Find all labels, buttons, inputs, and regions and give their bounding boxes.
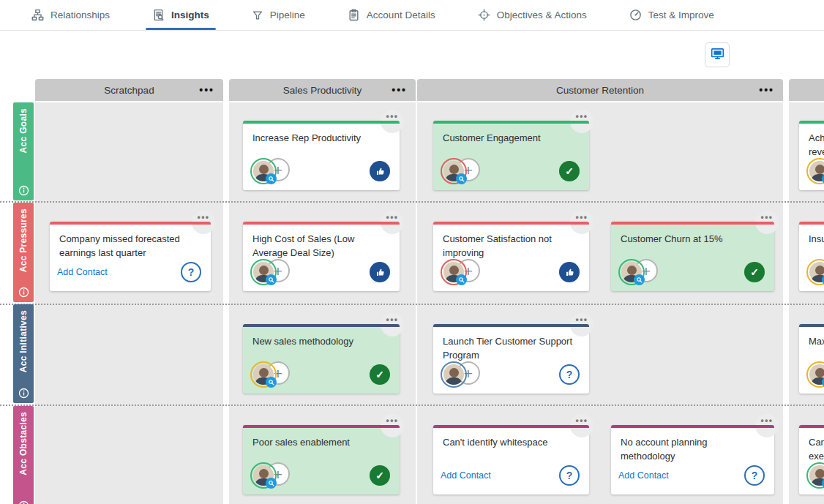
insight-card-customer-satisfaction-not-improving[interactable]: •••Customer Satisfaction not improving+ [433,222,589,291]
tab-label: Pipeline [270,10,305,20]
status-question-icon[interactable]: ? [559,465,580,486]
column-header-sales-productivity: Sales Productivity••• [229,79,416,101]
card-title: High Cost of Sales (Low Average Deal Siz… [243,225,400,260]
card-footer: +✓ [618,258,765,286]
card-title: New sales methodology [243,327,400,348]
avatar[interactable] [250,361,277,388]
tab-label: Test & Improve [648,10,714,20]
avatar-photo [443,364,464,385]
status-question-icon[interactable]: ? [559,364,580,385]
card-title-line: Insuf [809,232,824,246]
clipboard-icon [348,9,360,21]
card-title: No account planning methodology [611,428,774,463]
card-title: Can't identify whitespace [433,428,589,449]
insight-card-can-t-identify-whitespace[interactable]: •••Can't identify whitespaceAdd Contact? [433,425,589,494]
row-label-text: Acc Obstacles [18,412,29,475]
column-title: Scratchpad [104,85,154,96]
contact-cluster: + [806,462,824,489]
card-title-line: Can't identify whitespace [443,435,579,449]
info-icon[interactable] [18,388,29,399]
contact-cluster: + [806,361,824,388]
contact-cluster: + [618,259,662,285]
card-title-line: Customer Churn at 15% [621,232,764,246]
insight-card-no-account-planning-methodology[interactable]: •••No account planning methodologyAdd Co… [611,425,774,494]
avatar[interactable] [250,462,277,489]
avatar[interactable] [618,259,645,285]
tab-insights[interactable]: Insights [131,0,231,30]
status-check-icon[interactable]: ✓ [744,262,765,282]
avatar[interactable] [441,361,467,388]
gauge-icon [629,9,642,21]
avatar[interactable] [441,259,467,285]
contact-cluster: + [806,158,824,184]
card-title: Customer Churn at 15% [611,225,774,246]
insight-card-increase-rep-productivity[interactable]: •••Increase Rep Productivity+ [243,121,400,190]
magnifier-badge-icon [266,274,277,285]
contact-cluster: + [441,361,484,388]
info-icon[interactable] [18,185,29,196]
tab-relationships[interactable]: Relationships [10,0,131,30]
add-contact-link[interactable]: Add Contact [441,470,491,481]
avatar[interactable] [806,462,824,489]
insight-card-poor-sales-enablement[interactable]: •••Poor sales enablement+✓ [243,425,400,494]
row-label-acc-initiatives: Acc Initiatives [13,304,34,403]
avatar[interactable] [806,361,824,388]
add-contact-link[interactable]: Add Contact [57,267,108,277]
status-thumbs-up-icon[interactable] [370,161,390,181]
tab-pipeline[interactable]: Pipeline [231,0,326,30]
magnifier-badge-icon [266,173,277,184]
card-title-line: Maxi [809,334,824,348]
card-title-line: Poor sales enablement [252,435,389,449]
card-title: Maxi [799,327,824,348]
avatar[interactable] [806,259,824,285]
avatar[interactable] [441,158,467,184]
insight-card-company-missed-forecasted-earnings-last-quarter[interactable]: •••Company missed forecasted earnings la… [50,222,211,291]
status-question-icon[interactable]: ? [181,262,201,282]
avatar[interactable] [250,259,277,285]
tab-label: Objectives & Actions [497,10,587,20]
insight-card-launch-tier-customer-support-program[interactable]: •••Launch Tier Customer Support Program+… [433,324,589,394]
status-check-icon[interactable]: ✓ [559,161,580,181]
ellipsis-icon[interactable]: ••• [392,79,407,101]
column-title: Sales Productivity [283,85,362,96]
info-icon[interactable] [18,287,29,298]
card-title: Insuf [799,225,824,246]
present-button[interactable] [705,42,730,67]
card-title: Customer Satisfaction not improving [433,225,589,260]
insight-card-insuf[interactable]: Insuf+ [799,222,824,291]
insight-card-achi[interactable]: Achirever+ [799,121,824,190]
insight-card-customer-engagement[interactable]: •••Customer Engagement+✓ [433,121,589,190]
tab-objectives-actions[interactable]: Objectives & Actions [457,0,608,30]
card-title-line: Achi [809,131,824,145]
tab-account-details[interactable]: Account Details [326,0,457,30]
insight-card-customer-churn-at-15[interactable]: •••Customer Churn at 15%+✓ [611,222,774,291]
avatar[interactable] [806,158,824,184]
ellipsis-icon[interactable]: ••• [759,79,774,101]
info-icon[interactable] [18,500,29,504]
card-title-line: No account planning methodology [621,435,764,463]
insight-card-new-sales-methodology[interactable]: •••New sales methodology+✓ [243,324,400,394]
card-footer: + [806,258,824,286]
status-question-icon[interactable]: ? [744,465,765,486]
insight-card-can-t[interactable]: Can'texec+ [799,425,824,494]
status-check-icon[interactable]: ✓ [370,364,390,385]
insight-card-high-cost-of-sales-low-average-deal-size[interactable]: •••High Cost of Sales (Low Average Deal … [243,222,400,291]
column-header-partial [789,79,824,101]
add-contact-link[interactable]: Add Contact [618,470,669,481]
insight-card-maxi[interactable]: Maxi+ [799,324,824,394]
funnel-icon [252,10,263,21]
avatar[interactable] [250,158,277,184]
ellipsis-icon[interactable]: ••• [199,79,214,101]
monitor-icon [711,48,724,62]
magnifier-badge-icon [266,478,277,489]
card-footer: Add Contact? [57,258,201,286]
status-thumbs-up-icon[interactable] [559,262,580,282]
card-footer: Add Contact? [441,462,580,489]
tab-label: Insights [171,10,209,20]
card-footer: + [441,258,580,286]
card-title-line: Customer Satisfaction not improving [443,232,579,260]
card-title: Can'texec [799,428,824,463]
status-check-icon[interactable]: ✓ [370,465,390,486]
tab-test-improve[interactable]: Test & Improve [608,0,735,30]
status-thumbs-up-icon[interactable] [370,262,390,282]
